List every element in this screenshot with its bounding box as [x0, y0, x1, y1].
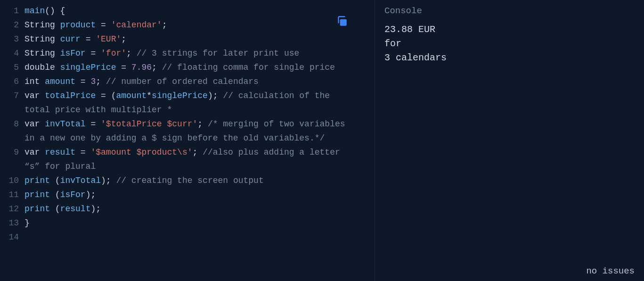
line-number: 2: [5, 18, 19, 32]
line-number: 12: [5, 202, 19, 216]
line-number: 5: [5, 60, 19, 74]
console-output: 23.88 EURfor3 calendars: [384, 23, 635, 65]
copy-button[interactable]: [336, 15, 348, 27]
code-content[interactable]: int amount = 3; // number of ordered cal…: [24, 74, 259, 89]
code-content[interactable]: String isFor = 'for'; // 3 strings for l…: [24, 46, 299, 60]
code-line[interactable]: 11print (isFor);: [0, 188, 375, 202]
code-line[interactable]: 2String product = 'calendar';: [0, 18, 375, 32]
line-number: 1: [5, 4, 19, 18]
line-number: 8: [5, 117, 19, 145]
code-line[interactable]: 14: [0, 230, 375, 244]
console-pane: Console 23.88 EURfor3 calendars no issue…: [375, 0, 644, 281]
code-line[interactable]: 7var totalPrice = (amount*singlePrice); …: [0, 89, 375, 117]
code-line[interactable]: 3String curr = 'EUR';: [0, 32, 375, 46]
code-lines-container[interactable]: 1main() {2String product = 'calendar';3S…: [0, 4, 375, 244]
line-number: 6: [5, 74, 19, 89]
console-line: 23.88 EUR: [384, 23, 635, 37]
code-line[interactable]: 10print (invTotal); // creating the scre…: [0, 174, 375, 188]
code-line[interactable]: 1main() {: [0, 4, 375, 18]
code-content[interactable]: String product = 'calendar';: [24, 18, 167, 32]
line-number: 3: [5, 32, 19, 46]
code-content[interactable]: print (invTotal); // creating the screen…: [24, 174, 264, 188]
code-content[interactable]: }: [24, 216, 30, 230]
line-number: 7: [5, 89, 19, 117]
console-line: for: [384, 37, 635, 51]
svg-rect-0: [340, 19, 347, 26]
code-editor-pane[interactable]: 1main() {2String product = 'calendar';3S…: [0, 0, 375, 281]
console-line: 3 calendars: [384, 51, 635, 65]
line-number: 14: [5, 230, 19, 244]
line-number: 13: [5, 216, 19, 230]
code-content[interactable]: var invTotal = '$totalPrice $curr'; /* m…: [24, 117, 354, 145]
code-content[interactable]: var result = '$amount $product\s'; //als…: [24, 145, 354, 174]
code-line[interactable]: 8var invTotal = '$totalPrice $curr'; /* …: [0, 117, 375, 145]
code-content[interactable]: double singlePrice = 7.96; // floating c…: [24, 60, 335, 74]
console-title: Console: [384, 6, 635, 16]
line-number: 9: [5, 145, 19, 174]
code-line[interactable]: 9var result = '$amount $product\s'; //al…: [0, 145, 375, 174]
code-line[interactable]: 4String isFor = 'for'; // 3 strings for …: [0, 46, 375, 60]
code-content[interactable]: print (result);: [24, 202, 101, 216]
code-line[interactable]: 6int amount = 3; // number of ordered ca…: [0, 74, 375, 89]
code-line[interactable]: 5double singlePrice = 7.96; // floating …: [0, 60, 375, 74]
code-line[interactable]: 13}: [0, 216, 375, 230]
code-content[interactable]: var totalPrice = (amount*singlePrice); /…: [24, 89, 354, 117]
code-line[interactable]: 12print (result);: [0, 202, 375, 216]
code-content[interactable]: print (isFor);: [24, 188, 96, 202]
line-number: 11: [5, 188, 19, 202]
line-number: 4: [5, 46, 19, 60]
line-number: 10: [5, 174, 19, 188]
code-content[interactable]: String curr = 'EUR';: [24, 32, 126, 46]
status-text: no issues: [586, 266, 635, 276]
code-content[interactable]: main() {: [24, 4, 65, 18]
